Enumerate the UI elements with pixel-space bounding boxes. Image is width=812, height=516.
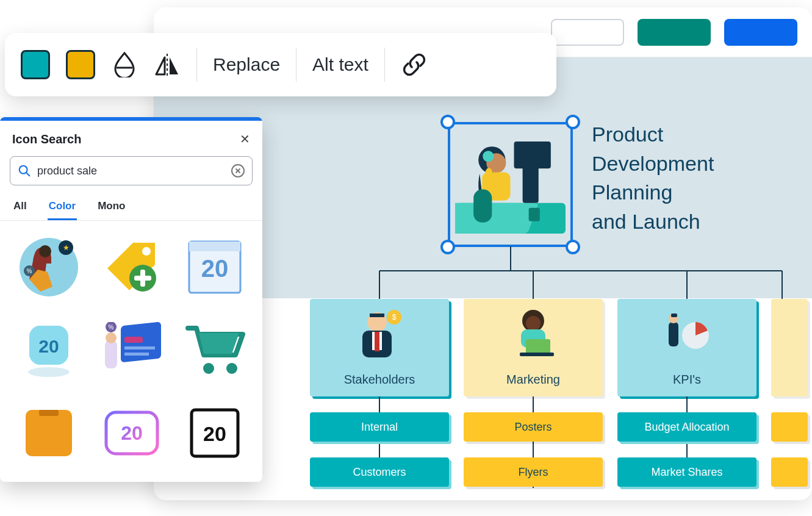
svg-rect-29 <box>669 322 678 346</box>
replace-button[interactable]: Replace <box>213 54 280 75</box>
card-label: KPI's <box>673 373 701 387</box>
card-marketing[interactable]: Marketing <box>464 299 603 396</box>
shopping-cart-icon[interactable] <box>182 317 248 383</box>
chip-partial[interactable] <box>771 412 808 442</box>
clear-search-icon[interactable] <box>231 164 245 177</box>
search-field[interactable] <box>10 156 253 185</box>
card-partial[interactable] <box>771 299 808 396</box>
sale-presenter-icon[interactable]: % <box>99 317 165 383</box>
pie-chart-person-icon <box>660 306 714 360</box>
link-icon[interactable] <box>401 51 428 78</box>
resize-handle-br[interactable] <box>566 240 580 254</box>
header-green-button[interactable] <box>638 19 711 46</box>
chip-label: Market Shares <box>651 466 722 479</box>
toolbar-divider <box>196 48 197 82</box>
resize-handle-bl[interactable] <box>440 240 455 254</box>
chip-row-2: Customers Flyers Market Shares <box>310 457 808 487</box>
svg-rect-3 <box>514 142 551 168</box>
svg-rect-31 <box>671 314 677 317</box>
chip-partial[interactable] <box>771 457 808 487</box>
chip-label: Budget Allocation <box>644 421 729 434</box>
icon-results-grid: ★% 20 20 % 20 20 <box>0 221 262 482</box>
chip-customers[interactable]: Customers <box>310 457 449 487</box>
svg-rect-67 <box>39 410 59 416</box>
tab-color[interactable]: Color <box>48 194 77 220</box>
svg-rect-50 <box>189 242 240 251</box>
chip-row-1: Internal Posters Budget Allocation <box>310 412 808 442</box>
svg-rect-22 <box>375 332 379 351</box>
svg-text:$: $ <box>392 313 397 321</box>
person-laptop-icon <box>506 306 560 360</box>
tab-all[interactable]: All <box>12 194 28 220</box>
card-row: $ Stakeholders Marketing <box>310 299 808 396</box>
svg-rect-27 <box>520 353 554 356</box>
svg-point-10 <box>485 168 492 179</box>
svg-text:20: 20 <box>38 336 59 356</box>
panel-title: Icon Search <box>12 132 81 146</box>
svg-rect-1 <box>455 203 539 234</box>
svg-text:20: 20 <box>201 255 229 282</box>
card-label: Stakeholders <box>344 373 415 387</box>
toolbar-divider <box>384 48 385 82</box>
calendar-20-blue-icon[interactable]: 20 <box>182 234 248 300</box>
color-swatch-2[interactable] <box>66 50 95 79</box>
svg-point-42 <box>39 245 51 257</box>
svg-point-24 <box>526 316 541 331</box>
svg-text:%: % <box>27 268 32 274</box>
selected-element[interactable] <box>448 122 573 247</box>
shopper-illustration-icon[interactable]: ★% <box>16 234 82 300</box>
header-primary-button[interactable] <box>724 19 797 46</box>
card-label: Marketing <box>506 373 560 387</box>
price-tag-add-icon[interactable] <box>99 234 165 300</box>
color-swatch-1[interactable] <box>21 50 50 79</box>
svg-point-52 <box>28 367 70 377</box>
context-toolbar: Replace Alt text <box>5 33 556 96</box>
close-icon[interactable]: ✕ <box>240 132 250 146</box>
svg-point-64 <box>203 363 214 374</box>
opacity-icon[interactable] <box>111 51 138 78</box>
chip-label: Customers <box>353 466 406 479</box>
resize-handle-tr[interactable] <box>566 115 580 129</box>
svg-rect-59 <box>124 353 149 356</box>
chip-label: Internal <box>361 421 398 434</box>
search-input[interactable] <box>37 165 225 177</box>
tab-mono[interactable]: Mono <box>96 194 126 220</box>
header-secondary-button[interactable] <box>551 19 624 46</box>
title-line: and Launch <box>592 207 714 237</box>
orange-package-icon[interactable] <box>16 400 82 466</box>
diagram-title[interactable]: Product Development Planning and Launch <box>592 120 714 236</box>
resize-handle-tl[interactable] <box>440 115 455 129</box>
businessperson-icon: $ <box>353 306 406 360</box>
icon-search-panel: Icon Search ✕ All Color Mono ★% 20 20 % <box>0 117 262 482</box>
svg-line-38 <box>26 173 29 176</box>
svg-text:%: % <box>109 324 114 331</box>
blue-cube-20-icon[interactable]: 20 <box>16 317 82 383</box>
svg-rect-66 <box>26 410 72 456</box>
title-line: Planning <box>592 178 714 207</box>
flip-icon[interactable] <box>154 51 181 78</box>
card-kpis[interactable]: KPI's <box>617 299 756 396</box>
svg-rect-58 <box>124 346 155 349</box>
chip-label: Posters <box>514 421 552 434</box>
panel-tabs: All Color Mono <box>0 194 262 221</box>
chip-budget[interactable]: Budget Allocation <box>617 412 756 442</box>
svg-rect-48 <box>134 276 151 281</box>
chip-flyers[interactable]: Flyers <box>464 457 603 487</box>
calendar-20-outline-icon[interactable]: 20 <box>182 400 248 466</box>
svg-point-65 <box>226 363 237 374</box>
toolbar-divider <box>296 48 296 82</box>
rounded-20-gradient-icon[interactable]: 20 <box>99 400 165 466</box>
card-stakeholders[interactable]: $ Stakeholders <box>310 299 449 396</box>
chip-marketshares[interactable]: Market Shares <box>617 457 756 487</box>
svg-rect-62 <box>105 340 117 368</box>
title-line: Development <box>592 149 714 179</box>
alttext-button[interactable]: Alt text <box>312 54 368 75</box>
svg-text:20: 20 <box>121 422 143 444</box>
chip-internal[interactable]: Internal <box>310 412 449 442</box>
svg-text:20: 20 <box>203 422 226 445</box>
svg-text:★: ★ <box>63 243 70 252</box>
svg-point-8 <box>483 151 494 162</box>
svg-rect-9 <box>473 190 492 223</box>
svg-rect-4 <box>529 208 540 221</box>
chip-posters[interactable]: Posters <box>464 412 603 442</box>
